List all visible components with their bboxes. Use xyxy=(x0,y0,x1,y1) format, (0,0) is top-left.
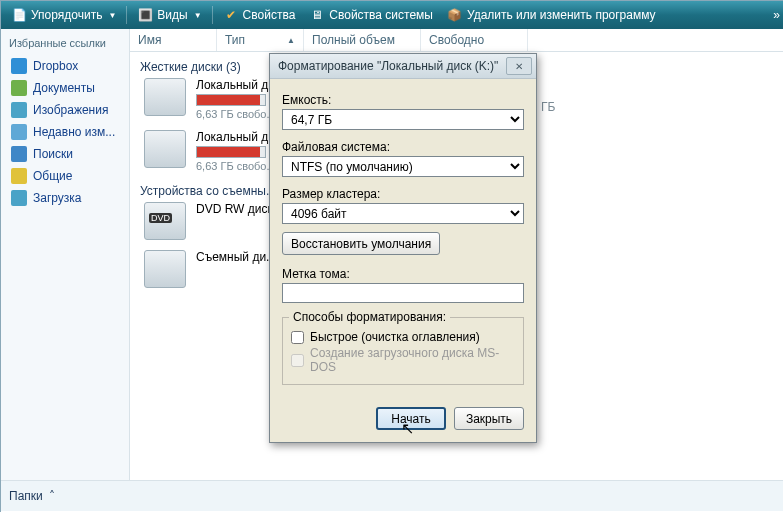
dropbox-icon xyxy=(11,58,27,74)
expand-up-icon[interactable]: ˄ xyxy=(49,489,55,503)
sidebar-item-label: Недавно изм... xyxy=(33,125,115,139)
explorer-window: 📄 Упорядочить ▼ 🔳 Виды ▼ ✔ Свойства 🖥 Св… xyxy=(0,0,783,512)
system-properties-button[interactable]: 🖥 Свойства системы xyxy=(303,5,439,25)
system-properties-label: Свойства системы xyxy=(329,8,433,22)
drive-name: Локальный д... xyxy=(196,130,278,144)
sidebar-header: Избранные ссылки xyxy=(1,35,129,55)
removable-icon xyxy=(144,250,186,288)
properties-button[interactable]: ✔ Свойства xyxy=(217,5,302,25)
folders-label: Папки xyxy=(9,489,43,503)
checkbox-input xyxy=(291,354,304,367)
check-icon: ✔ xyxy=(223,7,239,23)
sidebar-item-pictures[interactable]: Изображения xyxy=(1,99,129,121)
close-button[interactable]: ✕ xyxy=(506,57,532,75)
sidebar-item-recent[interactable]: Недавно изм... xyxy=(1,121,129,143)
dialog-footer: Начать Закрыть xyxy=(282,407,524,430)
package-icon: 📦 xyxy=(447,7,463,23)
sort-icon: ▲ xyxy=(287,36,295,45)
dropdown-icon: ▼ xyxy=(108,11,116,20)
sidebar-item-label: Загрузка xyxy=(33,191,82,205)
uninstall-button[interactable]: 📦 Удалить или изменить программу xyxy=(441,5,662,25)
views-icon: 🔳 xyxy=(137,7,153,23)
sidebar: Избранные ссылки Dropbox Документы Изобр… xyxy=(1,29,130,480)
drive-name: Локальный д... xyxy=(196,78,278,92)
stray-text: ГБ xyxy=(541,100,555,114)
restore-defaults-button[interactable]: Восстановить умолчания xyxy=(282,232,440,255)
hdd-icon xyxy=(144,78,186,116)
sidebar-item-public[interactable]: Общие xyxy=(1,165,129,187)
usage-bar xyxy=(196,94,266,106)
properties-label: Свойства xyxy=(243,8,296,22)
close-dialog-button[interactable]: Закрыть xyxy=(454,407,524,430)
quick-format-label: Быстрое (очистка оглавления) xyxy=(310,330,480,344)
separator xyxy=(212,6,213,24)
hdd-icon xyxy=(144,130,186,168)
column-free[interactable]: Свободно xyxy=(421,29,528,51)
folders-bar[interactable]: Папки ˄ xyxy=(1,480,783,511)
sidebar-item-dropbox[interactable]: Dropbox xyxy=(1,55,129,77)
cluster-select[interactable]: 4096 байт xyxy=(282,203,524,224)
volume-label: Метка тома: xyxy=(282,267,524,281)
filesystem-label: Файловая система: xyxy=(282,140,524,154)
start-button[interactable]: Начать xyxy=(376,407,446,430)
computer-icon: 🖥 xyxy=(309,7,325,23)
column-type[interactable]: Тип▲ xyxy=(217,29,304,51)
checkbox-input[interactable] xyxy=(291,331,304,344)
drive-free: 6,63 ГБ свобо... xyxy=(196,160,278,172)
dvd-icon xyxy=(144,202,186,240)
sidebar-item-searches[interactable]: Поиски xyxy=(1,143,129,165)
sidebar-item-label: Поиски xyxy=(33,147,73,161)
capacity-label: Емкость: xyxy=(282,93,524,107)
toolbar: 📄 Упорядочить ▼ 🔳 Виды ▼ ✔ Свойства 🖥 Св… xyxy=(1,1,783,29)
organize-label: Упорядочить xyxy=(31,8,102,22)
views-button[interactable]: 🔳 Виды ▼ xyxy=(131,5,207,25)
organize-icon: 📄 xyxy=(11,7,27,23)
organize-button[interactable]: 📄 Упорядочить ▼ xyxy=(5,5,122,25)
format-methods-group: Способы форматирования: Быстрое (очистка… xyxy=(282,317,524,385)
drive-name: Съемный ди... xyxy=(196,250,276,264)
column-total[interactable]: Полный объем xyxy=(304,29,421,51)
dialog-body: Емкость: 64,7 ГБ Файловая система: NTFS … xyxy=(270,79,536,442)
separator xyxy=(126,6,127,24)
folder-icon xyxy=(11,168,27,184)
dialog-title: Форматирование "Локальный диск (K:)" xyxy=(278,59,498,73)
uninstall-label: Удалить или изменить программу xyxy=(467,8,656,22)
pictures-icon xyxy=(11,102,27,118)
close-icon: ✕ xyxy=(515,61,523,72)
sidebar-item-downloads[interactable]: Загрузка xyxy=(1,187,129,209)
overflow-chevron-icon[interactable]: » xyxy=(773,8,780,22)
sidebar-item-label: Изображения xyxy=(33,103,108,117)
column-name[interactable]: Имя xyxy=(130,29,217,51)
format-dialog: Форматирование "Локальный диск (K:)" ✕ Е… xyxy=(269,53,537,443)
cluster-label: Размер кластера: xyxy=(282,187,524,201)
views-label: Виды xyxy=(157,8,187,22)
folder-icon xyxy=(11,80,27,96)
drive-free: 6,63 ГБ свобо... xyxy=(196,108,278,120)
group-title: Способы форматирования: xyxy=(289,310,450,324)
sidebar-item-documents[interactable]: Документы xyxy=(1,77,129,99)
sidebar-item-label: Dropbox xyxy=(33,59,78,73)
dialog-titlebar[interactable]: Форматирование "Локальный диск (K:)" ✕ xyxy=(270,54,536,79)
search-icon xyxy=(11,146,27,162)
column-headers: Имя Тип▲ Полный объем Свободно xyxy=(130,29,783,52)
msdos-boot-checkbox: Создание загрузочного диска MS-DOS xyxy=(291,346,515,374)
capacity-select[interactable]: 64,7 ГБ xyxy=(282,109,524,130)
usage-bar xyxy=(196,146,266,158)
download-icon xyxy=(11,190,27,206)
msdos-boot-label: Создание загрузочного диска MS-DOS xyxy=(310,346,515,374)
quick-format-checkbox[interactable]: Быстрое (очистка оглавления) xyxy=(291,330,515,344)
recent-icon xyxy=(11,124,27,140)
filesystem-select[interactable]: NTFS (по умолчанию) xyxy=(282,156,524,177)
sidebar-item-label: Документы xyxy=(33,81,95,95)
volume-input[interactable] xyxy=(282,283,524,303)
dropdown-icon: ▼ xyxy=(194,11,202,20)
sidebar-item-label: Общие xyxy=(33,169,72,183)
